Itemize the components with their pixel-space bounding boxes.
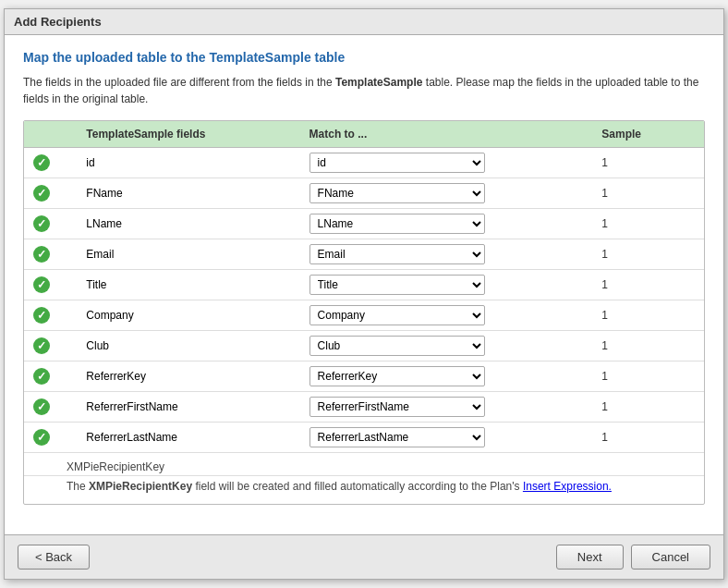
check-circle-icon <box>33 154 50 171</box>
back-button[interactable]: < Back <box>18 545 90 570</box>
match-select[interactable]: id <box>309 153 485 173</box>
col-header-fields: TemplateSample fields <box>77 121 299 148</box>
check-circle-icon <box>33 185 50 202</box>
next-button[interactable]: Next <box>556 545 624 570</box>
table-row: TitleTitle1 <box>24 270 704 300</box>
sample-value: 1 <box>592 392 704 423</box>
table-row: ClubClub1 <box>24 331 704 361</box>
row-check-icon <box>24 300 77 331</box>
table-row: LNameLName1 <box>24 209 704 239</box>
check-circle-icon <box>33 337 50 354</box>
auto-field-note-row: The XMPieRecipientKey field will be crea… <box>24 476 704 505</box>
sample-value: 1 <box>592 300 704 331</box>
match-cell: FName <box>300 178 593 209</box>
match-select[interactable]: Club <box>309 336 485 356</box>
row-check-icon <box>24 148 77 178</box>
table-row: ReferrerFirstNameReferrerFirstName1 <box>24 392 704 423</box>
match-cell: ReferrerLastName <box>300 423 593 453</box>
match-select[interactable]: Company <box>309 305 485 325</box>
check-circle-icon <box>33 368 50 385</box>
match-cell: ReferrerKey <box>300 361 593 392</box>
row-check-icon <box>24 392 77 423</box>
check-circle-icon <box>33 246 50 263</box>
match-select[interactable]: ReferrerLastName <box>309 427 485 447</box>
match-select[interactable]: LName <box>309 214 485 234</box>
col-header-icon <box>24 121 77 148</box>
row-check-icon <box>24 239 77 270</box>
sample-value: 1 <box>592 270 704 300</box>
row-check-icon <box>24 331 77 361</box>
check-circle-icon <box>33 398 50 415</box>
match-cell: Club <box>300 331 593 361</box>
map-title: Map the uploaded table to the TemplateSa… <box>23 50 705 65</box>
field-name: Company <box>77 300 299 331</box>
table-row: CompanyCompany1 <box>24 300 704 331</box>
field-name: ReferrerFirstName <box>77 392 299 423</box>
match-select[interactable]: ReferrerFirstName <box>309 397 485 417</box>
check-circle-icon <box>33 276 50 293</box>
row-check-icon <box>24 178 77 209</box>
match-select[interactable]: Email <box>309 244 485 264</box>
cancel-button[interactable]: Cancel <box>631 545 710 570</box>
col-header-match: Match to ... <box>300 121 593 148</box>
check-circle-icon <box>33 429 50 446</box>
match-cell: Email <box>300 239 593 270</box>
sample-value: 1 <box>592 361 704 392</box>
sample-value: 1 <box>592 148 704 178</box>
table-row: ReferrerKeyReferrerKey1 <box>24 361 704 392</box>
match-cell: ReferrerFirstName <box>300 392 593 423</box>
col-header-sample: Sample <box>592 121 704 148</box>
check-circle-icon <box>33 307 50 324</box>
table-row: idid1 <box>24 148 704 178</box>
auto-field-row: XMPieRecipientKey <box>24 453 704 476</box>
field-name: ReferrerLastName <box>77 423 299 453</box>
row-check-icon <box>24 209 77 239</box>
field-name: LName <box>77 209 299 239</box>
check-circle-icon <box>33 215 50 232</box>
sample-value: 1 <box>592 209 704 239</box>
mapping-table-container: TemplateSample fields Match to ... Sampl… <box>23 120 705 505</box>
dialog-footer: < Back Next Cancel <box>5 534 723 579</box>
dialog-title: Add Recipients <box>5 9 723 35</box>
match-cell: id <box>300 148 593 178</box>
sample-value: 1 <box>592 423 704 453</box>
match-select[interactable]: Title <box>309 275 485 295</box>
field-name: id <box>77 148 299 178</box>
field-name: ReferrerKey <box>77 361 299 392</box>
field-name: Email <box>77 239 299 270</box>
field-name: FName <box>77 178 299 209</box>
table-row: EmailEmail1 <box>24 239 704 270</box>
sample-value: 1 <box>592 331 704 361</box>
add-recipients-dialog: Add Recipients Map the uploaded table to… <box>4 8 724 580</box>
footer-right: Next Cancel <box>556 545 710 570</box>
auto-field-bold: XMPieRecipientKey <box>89 480 192 493</box>
table-row: FNameFName1 <box>24 178 704 209</box>
match-select[interactable]: FName <box>309 183 485 203</box>
row-check-icon <box>24 423 77 453</box>
sample-value: 1 <box>592 239 704 270</box>
field-name: Title <box>77 270 299 300</box>
row-check-icon <box>24 270 77 300</box>
match-cell: LName <box>300 209 593 239</box>
sample-value: 1 <box>592 178 704 209</box>
field-name: Club <box>77 331 299 361</box>
dialog-body: Map the uploaded table to the TemplateSa… <box>5 35 723 534</box>
mapping-table: TemplateSample fields Match to ... Sampl… <box>24 121 704 504</box>
match-select[interactable]: ReferrerKey <box>309 366 485 386</box>
auto-field-name: XMPieRecipientKey <box>24 453 704 476</box>
match-cell: Title <box>300 270 593 300</box>
table-row: ReferrerLastNameReferrerLastName1 <box>24 423 704 453</box>
match-cell: Company <box>300 300 593 331</box>
insert-expression-link[interactable]: Insert Expression. <box>523 480 612 493</box>
row-check-icon <box>24 361 77 392</box>
description: The fields in the uploaded file are diff… <box>23 74 705 107</box>
